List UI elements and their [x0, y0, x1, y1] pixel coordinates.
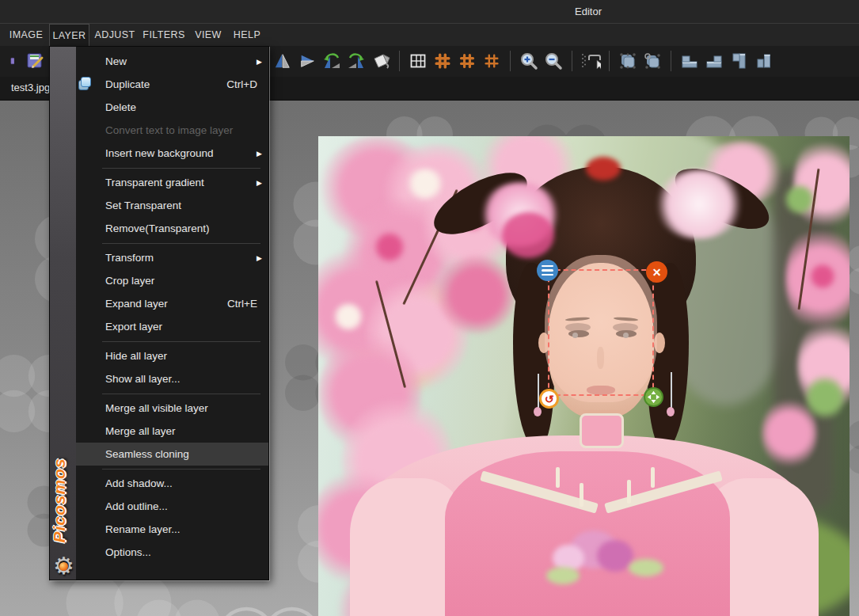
menu-item-label: Hide all layer [105, 350, 167, 362]
menu-item-label: Transform [105, 252, 154, 264]
picosmos-logo: Picosmos [50, 444, 77, 557]
menu-item-show-all-layer[interactable]: Show all layer... [76, 367, 268, 390]
menu-separator [102, 394, 260, 394]
selection-rotate-button[interactable]: ↺ [539, 389, 559, 409]
menu-item-duplicate[interactable]: DuplicateCtrl+D [76, 73, 268, 96]
bun-flower-left-accent [502, 212, 554, 258]
menu-item-hide-all-layer[interactable]: Hide all layer [76, 344, 268, 367]
earring-left [538, 374, 539, 409]
embroidery-leaf [546, 567, 580, 584]
menu-item-transform[interactable]: Transform▶ [76, 246, 268, 269]
mesh-thin-icon[interactable] [481, 50, 502, 72]
selection-menu-button[interactable] [537, 260, 558, 281]
gear-icon[interactable]: ⚙ [51, 552, 77, 580]
align-bottom-left-icon[interactable] [679, 50, 700, 72]
menu-item-label: Crop layer [105, 275, 154, 287]
menu-item-seamless-cloning[interactable]: Seamless cloning [76, 443, 268, 466]
menu-item-label: Transparent gradient [105, 177, 204, 188]
menu-item-delete[interactable]: Delete [76, 96, 268, 119]
menu-item-crop-layer[interactable]: Crop layer [76, 269, 268, 292]
menubar-item-filters[interactable]: FILTERS [142, 24, 186, 46]
menu-item-remove-transparent[interactable]: Remove(Transparent) [76, 217, 268, 240]
blossom-cluster [333, 302, 364, 331]
transform-anchor-icon[interactable] [642, 50, 663, 72]
transform-selection-icon[interactable] [618, 50, 638, 72]
zoom-out-icon[interactable] [543, 50, 564, 72]
align-bottom-right-icon[interactable] [704, 50, 724, 72]
menubar-item-layer[interactable]: LAYER [49, 24, 89, 46]
rotate-left-icon[interactable] [321, 50, 342, 72]
mandarin-collar [580, 413, 624, 448]
menu-item-merge-all-layer[interactable]: Merge all layer [76, 420, 268, 443]
menu-item-label: Duplicate [105, 78, 150, 90]
menu-item-options[interactable]: Options... [76, 541, 268, 564]
menu-item-label: Show all layer... [105, 373, 181, 385]
menu-separator [102, 469, 260, 470]
open-file-icon[interactable] [0, 50, 21, 72]
bun-flower-right [655, 169, 743, 239]
distort-icon[interactable] [371, 50, 391, 72]
menubar-item-adjust[interactable]: ADJUST [93, 24, 137, 46]
blossom-cluster [805, 374, 845, 421]
menu-item-label: Delete [105, 101, 136, 113]
menu-item-label: Insert new background [105, 147, 214, 159]
rotate-right-icon[interactable] [346, 50, 367, 72]
frog-tassel [580, 483, 583, 507]
menu-item-label: Merge all visible layer [105, 402, 208, 414]
menu-item-label: Set Transparent [105, 200, 181, 211]
menu-separator [102, 168, 260, 169]
embroidery-leaf [629, 559, 663, 576]
menu-item-add-outline[interactable]: Add outline... [76, 495, 268, 518]
selection-close-button[interactable]: ✕ [646, 261, 667, 283]
menu-item-label: Merge all layer [105, 425, 176, 437]
layer-menu-panel: New▶DuplicateCtrl+DDeleteConvert text to… [49, 46, 269, 580]
menu-item-export-layer[interactable]: Export layer [76, 315, 268, 338]
menu-item-merge-all-visible-layer[interactable]: Merge all visible layer [76, 397, 268, 420]
menu-item-label: New [105, 55, 127, 67]
menu-item-shortcut: Ctrl+E [227, 298, 257, 310]
submenu-arrow-icon: ▶ [257, 150, 262, 158]
toolbar-separator [671, 51, 671, 71]
menu-item-label: Options... [105, 546, 151, 558]
earring-right [671, 372, 672, 409]
align-bars-icon[interactable] [753, 50, 773, 72]
menu-item-label: Seamless cloning [105, 448, 189, 460]
menu-item-new[interactable]: New▶ [76, 50, 268, 73]
toolbar-separator [510, 51, 511, 71]
menu-item-transparent-gradient[interactable]: Transparent gradient▶ [76, 171, 268, 194]
grid-icon[interactable] [408, 50, 428, 72]
menubar-item-image[interactable]: IMAGE [6, 24, 46, 46]
face-selection-rect[interactable] [548, 269, 654, 396]
blossom-cluster [374, 231, 405, 263]
flip-horizontal-icon[interactable] [272, 50, 293, 72]
photo-canvas[interactable]: ✕ ↺ [318, 136, 849, 616]
menu-item-label: Add shadow... [105, 477, 173, 489]
selection-move-button[interactable] [644, 387, 663, 407]
duplicate-layers-icon [78, 77, 92, 90]
menu-item-rename-layer[interactable]: Rename layer... [76, 518, 268, 541]
menubar-item-help[interactable]: HELP [230, 24, 264, 46]
background-clover-pattern [119, 582, 238, 616]
rotate-ccw-icon: ↺ [545, 393, 554, 405]
mesh-hollow-icon[interactable] [457, 50, 477, 72]
flip-vertical-icon[interactable] [297, 50, 317, 72]
menu-item-add-shadow[interactable]: Add shadow... [76, 472, 268, 495]
align-right-icon[interactable] [728, 50, 749, 72]
blossom-cluster [809, 263, 836, 290]
menu-item-insert-new-background[interactable]: Insert new background▶ [76, 142, 268, 165]
marquee-select-icon[interactable] [580, 50, 601, 72]
menu-separator [102, 341, 260, 342]
menu-item-label: Remove(Transparent) [105, 222, 210, 234]
zoom-in-icon[interactable] [519, 50, 539, 72]
close-icon: ✕ [652, 266, 662, 279]
red-hair-ribbon [586, 157, 621, 181]
menu-item-label: Add outline... [105, 500, 168, 512]
menubar-item-view[interactable]: VIEW [191, 24, 226, 46]
menu-item-label: Convert text to image layer [105, 124, 233, 136]
mesh-bold-icon[interactable] [432, 50, 453, 72]
save-icon[interactable] [25, 50, 45, 72]
menu-item-expand-layer[interactable]: Expand layerCtrl+E [76, 292, 268, 315]
tab-test3-jpg[interactable]: test3.jpg [6, 77, 55, 101]
menu-item-set-transparent[interactable]: Set Transparent [76, 194, 268, 217]
earring-right-tip [667, 407, 675, 416]
